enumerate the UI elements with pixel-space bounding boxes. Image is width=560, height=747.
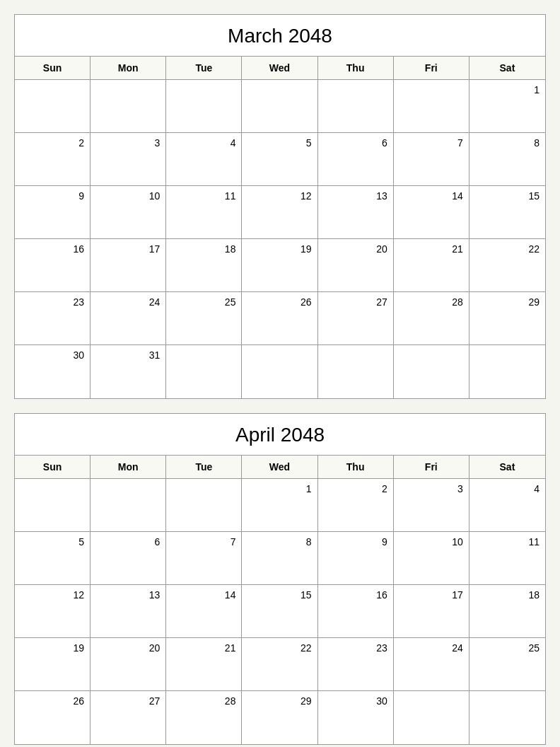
day-cell: 24 xyxy=(91,292,166,345)
day-cell: 9 xyxy=(318,532,394,585)
march-header-tue: Tue xyxy=(166,57,242,80)
march-header-mon: Mon xyxy=(91,57,166,80)
april-header-wed: Wed xyxy=(242,456,317,479)
day-cell: 9 xyxy=(15,186,91,239)
day-cell: 22 xyxy=(242,638,317,691)
day-cell: 5 xyxy=(242,133,317,186)
day-cell: 12 xyxy=(15,585,91,638)
day-cell: 31 xyxy=(91,345,166,398)
week-row-1: 1234 xyxy=(15,479,545,532)
day-cell xyxy=(394,345,469,398)
day-cell: 16 xyxy=(318,585,394,638)
april-weeks: 1234567891011121314151617181920212223242… xyxy=(15,479,545,744)
day-cell: 19 xyxy=(15,638,91,691)
day-cell xyxy=(166,479,242,532)
day-cell: 14 xyxy=(166,585,242,638)
day-cell xyxy=(394,691,469,744)
day-cell: 26 xyxy=(15,691,91,744)
day-cell: 10 xyxy=(91,186,166,239)
march-header-sun: Sun xyxy=(15,57,91,80)
april-title: April 2048 xyxy=(15,414,545,456)
day-cell xyxy=(15,479,91,532)
day-cell xyxy=(469,691,545,744)
week-row-2: 567891011 xyxy=(15,532,545,585)
day-cell: 25 xyxy=(469,638,545,691)
day-cell: 27 xyxy=(91,691,166,744)
day-cell: 4 xyxy=(469,479,545,532)
day-cell: 17 xyxy=(394,585,469,638)
week-row-1: 1 xyxy=(15,80,545,133)
april-header-sat: Sat xyxy=(469,456,545,479)
march-title: March 2048 xyxy=(15,15,545,57)
week-row-6: 3031 xyxy=(15,345,545,398)
day-cell: 28 xyxy=(394,292,469,345)
day-cell: 29 xyxy=(242,691,317,744)
day-cell: 27 xyxy=(318,292,394,345)
day-cell: 18 xyxy=(469,585,545,638)
april-calendar: April 2048 Sun Mon Tue Wed Thu Fri Sat 1… xyxy=(14,413,546,745)
day-cell xyxy=(318,80,394,133)
day-cell xyxy=(166,345,242,398)
day-cell: 2 xyxy=(15,133,91,186)
day-cell: 29 xyxy=(469,292,545,345)
day-cell: 13 xyxy=(91,585,166,638)
day-cell: 21 xyxy=(394,239,469,292)
day-cell xyxy=(394,80,469,133)
day-cell: 13 xyxy=(318,186,394,239)
day-cell: 14 xyxy=(394,186,469,239)
week-row-4: 19202122232425 xyxy=(15,638,545,691)
march-header-sat: Sat xyxy=(469,57,545,80)
day-cell: 26 xyxy=(242,292,317,345)
march-grid: Sun Mon Tue Wed Thu Fri Sat xyxy=(15,57,545,80)
march-weeks: 1234567891011121314151617181920212223242… xyxy=(15,80,545,398)
day-cell xyxy=(242,345,317,398)
day-cell: 23 xyxy=(15,292,91,345)
day-cell: 25 xyxy=(166,292,242,345)
april-header-thu: Thu xyxy=(318,456,394,479)
day-cell: 5 xyxy=(15,532,91,585)
day-cell: 3 xyxy=(91,133,166,186)
day-cell: 30 xyxy=(15,345,91,398)
day-cell xyxy=(91,80,166,133)
day-cell: 3 xyxy=(394,479,469,532)
day-cell: 2 xyxy=(318,479,394,532)
day-cell: 11 xyxy=(469,532,545,585)
week-row-2: 2345678 xyxy=(15,133,545,186)
day-cell: 17 xyxy=(91,239,166,292)
march-header-wed: Wed xyxy=(242,57,317,80)
day-cell: 19 xyxy=(242,239,317,292)
day-cell: 23 xyxy=(318,638,394,691)
week-row-3: 12131415161718 xyxy=(15,585,545,638)
day-cell: 10 xyxy=(394,532,469,585)
week-row-5: 2627282930 xyxy=(15,691,545,744)
day-cell: 28 xyxy=(166,691,242,744)
day-cell: 22 xyxy=(469,239,545,292)
day-cell: 11 xyxy=(166,186,242,239)
day-cell: 12 xyxy=(242,186,317,239)
week-row-5: 23242526272829 xyxy=(15,292,545,345)
day-cell: 6 xyxy=(91,532,166,585)
day-cell: 6 xyxy=(318,133,394,186)
week-row-4: 16171819202122 xyxy=(15,239,545,292)
day-cell xyxy=(91,479,166,532)
april-header-tue: Tue xyxy=(166,456,242,479)
april-header-mon: Mon xyxy=(91,456,166,479)
day-cell: 24 xyxy=(394,638,469,691)
day-cell: 8 xyxy=(469,133,545,186)
day-cell: 20 xyxy=(91,638,166,691)
day-cell: 15 xyxy=(242,585,317,638)
day-cell: 1 xyxy=(469,80,545,133)
april-header-fri: Fri xyxy=(394,456,469,479)
day-cell: 15 xyxy=(469,186,545,239)
day-cell: 16 xyxy=(15,239,91,292)
day-cell xyxy=(15,80,91,133)
day-cell xyxy=(469,345,545,398)
april-grid: Sun Mon Tue Wed Thu Fri Sat xyxy=(15,456,545,479)
day-cell: 7 xyxy=(166,532,242,585)
day-cell xyxy=(166,80,242,133)
day-cell: 7 xyxy=(394,133,469,186)
march-header-fri: Fri xyxy=(394,57,469,80)
day-cell: 4 xyxy=(166,133,242,186)
day-cell: 30 xyxy=(318,691,394,744)
day-cell: 8 xyxy=(242,532,317,585)
